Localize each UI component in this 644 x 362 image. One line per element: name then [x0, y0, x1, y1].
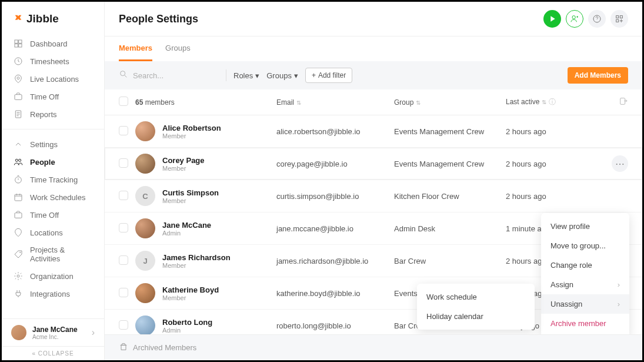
sidebar-item-timesheets[interactable]: Timesheets [2, 52, 104, 70]
nav-label: Time Off [30, 211, 59, 220]
row-more-button[interactable]: ⋯ [612, 155, 628, 172]
sidebar-item-organization[interactable]: Organization [2, 267, 104, 285]
sidebar-item-people[interactable]: People [2, 153, 104, 171]
nav: Dashboard Timesheets Live Locations Time… [2, 32, 104, 318]
sidebar-item-locations[interactable]: Locations [2, 224, 104, 241]
caret-down-icon: ▾ [255, 71, 259, 80]
menu-change-role[interactable]: Change role [541, 255, 629, 275]
members-count-header: 65 members [135, 98, 276, 107]
menu-unassign[interactable]: Unassign› [541, 294, 629, 314]
profile-switcher[interactable]: Jane McCane Acme Inc. › [2, 318, 104, 346]
sidebar-item-projects-activities[interactable]: Projects & Activities [2, 241, 104, 267]
nav-label: Locations [30, 228, 63, 237]
add-filter-button[interactable]: + Add filter [305, 68, 352, 83]
svg-rect-21 [620, 98, 625, 105]
menu-move-to-group[interactable]: Move to group... [541, 236, 629, 255]
plug-icon [14, 289, 23, 298]
row-checkbox[interactable] [119, 191, 128, 200]
member-email: roberto.long@jibble.io [276, 321, 394, 330]
nav-label: People [30, 158, 55, 167]
help-button[interactable] [588, 10, 606, 28]
member-email: alice.robertson@jibble.io [276, 127, 394, 136]
svg-rect-2 [15, 44, 18, 47]
menu-archive-member[interactable]: Archive member [541, 314, 629, 333]
last-active-column-header[interactable]: Last active⇅ⓘ [506, 97, 602, 107]
avatar: C [135, 186, 155, 206]
member-email: katherine.boyd@jibble.io [276, 289, 394, 298]
group-column-header[interactable]: Group⇅ [394, 98, 506, 107]
menu-view-profile[interactable]: View profile [541, 217, 629, 236]
member-role: Admin [162, 327, 212, 334]
row-checkbox[interactable] [119, 158, 128, 168]
avatar [135, 154, 155, 174]
apps-button[interactable] [610, 10, 628, 28]
member-group: Kitchen Floor Crew [394, 192, 506, 201]
sidebar-item-time-off[interactable]: Time Off [2, 88, 104, 105]
page-title: People Settings [119, 13, 539, 25]
avatar [135, 283, 155, 303]
sort-icon: ⇅ [416, 99, 421, 106]
select-all-checkbox[interactable] [119, 97, 128, 106]
roles-filter[interactable]: Roles ▾ [233, 71, 259, 80]
member-role: Member [162, 132, 221, 140]
gear-icon [14, 271, 23, 281]
table-row[interactable]: Corey PageMembercorey.page@jibble.ioEven… [105, 148, 642, 180]
logo[interactable]: Jibble [2, 2, 104, 32]
member-group: Events Management Crew [394, 160, 506, 168]
member-email: curtis.simpson@jibble.io [276, 192, 394, 201]
member-last-active: 2 hours ago [506, 192, 602, 201]
row-checkbox[interactable] [119, 223, 128, 233]
member-role: Member [162, 262, 231, 269]
sidebar-item-dashboard[interactable]: Dashboard [2, 35, 104, 52]
row-checkbox[interactable] [119, 255, 128, 265]
member-email: corey.page@jibble.io [276, 160, 394, 168]
sidebar-item-settings[interactable]: Settings [2, 135, 104, 153]
play-button[interactable] [543, 10, 561, 28]
member-name: Jane McCane [162, 221, 211, 230]
search-input[interactable] [133, 71, 219, 80]
menu-assign[interactable]: Assign› [541, 275, 629, 294]
row-checkbox[interactable] [119, 320, 128, 330]
svg-rect-18 [620, 16, 622, 18]
row-checkbox[interactable] [119, 126, 128, 135]
logo-mark-icon [14, 11, 23, 26]
member-role: Admin [162, 230, 211, 237]
nav-label: Projects & Activities [30, 245, 92, 263]
export-icon[interactable] [619, 97, 628, 108]
add-user-button[interactable] [566, 10, 583, 28]
table-row[interactable]: CCurtis SimpsonMembercurtis.simpson@jibb… [105, 180, 642, 212]
svg-rect-19 [616, 19, 619, 22]
member-group: Events Management Crew [394, 127, 506, 136]
member-name: Katherine Boyd [162, 285, 219, 294]
member-name: Corey Page [162, 156, 205, 165]
search-icon [119, 69, 128, 81]
sidebar-item-live-locations[interactable]: Live Locations [2, 70, 104, 88]
tab-groups[interactable]: Groups [165, 36, 191, 61]
tab-members[interactable]: Members [119, 36, 152, 61]
submenu-work-schedule[interactable]: Work schedule [417, 287, 535, 307]
sidebar-item-reports[interactable]: Reports [2, 105, 104, 123]
sidebar-item-time-off-settings[interactable]: Time Off [2, 206, 104, 224]
svg-point-15 [572, 16, 575, 19]
sidebar-item-work-schedules[interactable]: Work Schedules [2, 188, 104, 206]
table-row[interactable]: Alice RobertsonMemberalice.robertson@jib… [105, 115, 642, 148]
member-email: james.richardson@jibble.io [276, 257, 394, 265]
add-members-button[interactable]: Add Members [568, 67, 628, 84]
dashboard-icon [14, 39, 23, 48]
sidebar-item-integrations[interactable]: Integrations [2, 285, 104, 303]
groups-filter[interactable]: Groups ▾ [266, 71, 298, 80]
sidebar-item-time-tracking[interactable]: Time Tracking [2, 171, 104, 188]
email-column-header[interactable]: Email⇅ [276, 98, 394, 107]
svg-rect-6 [15, 95, 22, 100]
people-icon [14, 157, 23, 167]
archived-members-section[interactable]: Archived Members [105, 334, 642, 360]
svg-point-8 [15, 159, 18, 161]
archived-label: Archived Members [133, 343, 196, 352]
search-box[interactable] [119, 69, 219, 81]
member-name: James Richardson [162, 253, 231, 262]
row-checkbox[interactable] [119, 288, 128, 297]
submenu-holiday-calendar[interactable]: Holiday calendar [417, 307, 535, 326]
info-icon[interactable]: ⓘ [549, 98, 556, 106]
nav-label: Work Schedules [30, 193, 85, 202]
collapse-sidebar-button[interactable]: « COLLAPSE [2, 346, 104, 360]
